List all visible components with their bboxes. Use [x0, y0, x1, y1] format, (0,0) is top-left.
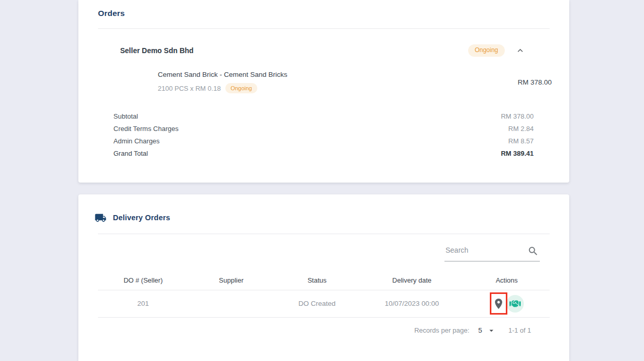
summary-label: Subtotal	[113, 112, 138, 120]
records-per-page-value: 5	[478, 326, 482, 334]
table-pagination: Records per page: 5 1-1 of 1	[98, 326, 531, 335]
delivery-orders-title: Delivery Orders	[113, 214, 170, 222]
cell-status: DO Created	[274, 290, 360, 317]
handshake-icon	[509, 299, 521, 308]
truck-icon	[93, 212, 108, 224]
annotation-highlight-box	[490, 292, 507, 315]
order-summary: Subtotal RM 378.00 Credit Terms Charges …	[113, 110, 534, 159]
column-header-do-number: DO # (Seller)	[98, 271, 188, 290]
summary-value: RM 8.57	[508, 137, 534, 145]
chevron-up-icon	[515, 45, 525, 56]
collapse-order-button[interactable]	[514, 44, 526, 57]
column-header-delivery-date: Delivery date	[360, 271, 464, 290]
summary-value: RM 378.00	[501, 112, 534, 120]
line-item-name: Cement Sand Brick - Cement Sand Bricks	[158, 71, 287, 78]
summary-row-admin-charges: Admin Charges RM 8.57	[113, 135, 534, 147]
orders-card: Orders Seller Demo Sdn Bhd Ongoing Cemen…	[78, 0, 569, 183]
handover-button[interactable]	[506, 295, 524, 313]
summary-value: RM 389.41	[501, 150, 534, 157]
view-location-button[interactable]	[492, 298, 505, 310]
caret-down-icon	[487, 326, 496, 335]
search-icon[interactable]	[527, 245, 539, 257]
records-per-page-select[interactable]: 5	[478, 326, 496, 335]
line-item-status-badge: Ongoing	[225, 83, 257, 93]
summary-label: Credit Terms Charges	[113, 125, 178, 133]
summary-label: Admin Charges	[113, 137, 160, 145]
seller-name: Seller Demo Sdn Bhd	[120, 46, 193, 55]
search-input[interactable]	[444, 242, 540, 261]
table-header-row: DO # (Seller) Supplier Status Delivery d…	[98, 271, 550, 290]
column-header-status: Status	[274, 271, 360, 290]
summary-value: RM 2.84	[508, 125, 534, 133]
summary-row-subtotal: Subtotal RM 378.00	[113, 110, 534, 122]
summary-row-credit-terms: Credit Terms Charges RM 2.84	[113, 122, 534, 135]
summary-label: Grand Total	[113, 150, 148, 157]
order-line-item: Cement Sand Brick - Cement Sand Bricks 2…	[158, 71, 552, 93]
seller-order-header: Seller Demo Sdn Bhd Ongoing	[120, 44, 526, 57]
cell-delivery-date: 10/07/2023 00:00	[360, 290, 464, 317]
line-item-info: Cement Sand Brick - Cement Sand Bricks 2…	[158, 71, 287, 93]
line-item-amount: RM 378.00	[518, 78, 552, 86]
location-pin-icon	[492, 298, 505, 310]
records-per-page-label: Records per page:	[414, 326, 469, 334]
search-box	[444, 242, 540, 261]
summary-row-grand-total: Grand Total RM 389.41	[113, 147, 534, 159]
divider	[98, 234, 550, 234]
cell-do-number: 201	[98, 290, 188, 317]
delivery-orders-header: Delivery Orders	[93, 211, 550, 224]
page: Orders Seller Demo Sdn Bhd Ongoing Cemen…	[0, 0, 644, 361]
column-header-actions: Actions	[464, 271, 550, 290]
delivery-orders-table: DO # (Seller) Supplier Status Delivery d…	[98, 271, 550, 318]
line-item-meta: 2100 PCS x RM 0.18 Ongoing	[158, 83, 287, 93]
cell-supplier	[188, 290, 274, 317]
table-row: 201 DO Created 10/07/2023 00:00	[98, 290, 550, 317]
seller-status-badge: Ongoing	[468, 44, 505, 56]
column-header-supplier: Supplier	[188, 271, 274, 290]
delivery-orders-card: Delivery Orders DO # (Seller) Supplier S…	[78, 194, 569, 361]
line-item-quantity: 2100 PCS x RM 0.18	[158, 85, 221, 92]
pagination-range-label: 1-1 of 1	[508, 326, 531, 334]
row-actions	[464, 292, 550, 315]
search-row	[98, 242, 540, 261]
divider	[98, 28, 550, 29]
orders-card-title: Orders	[98, 9, 550, 18]
